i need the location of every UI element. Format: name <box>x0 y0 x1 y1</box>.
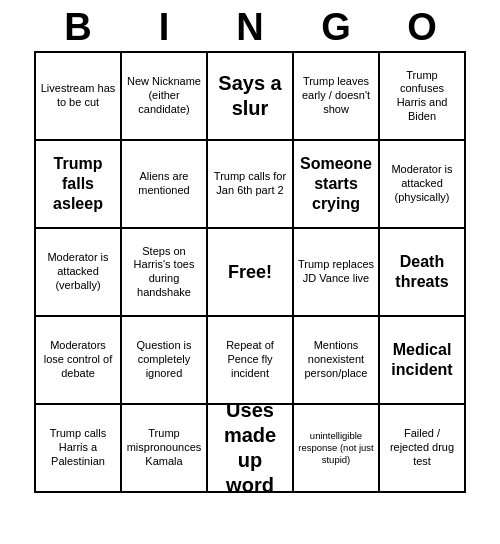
bingo-cell-10: Moderator is attacked (verbally) <box>36 229 122 317</box>
bingo-cell-4: Trump confuses Harris and Biden <box>380 53 466 141</box>
bingo-cell-21: Trump mispronounces Kamala <box>122 405 208 493</box>
bingo-cell-2: Says a slur <box>208 53 294 141</box>
bingo-cell-6: Aliens are mentioned <box>122 141 208 229</box>
bingo-cell-7: Trump calls for Jan 6th part 2 <box>208 141 294 229</box>
bingo-letter-i: I <box>121 6 207 49</box>
bingo-cell-8: Someone starts crying <box>294 141 380 229</box>
bingo-cell-12: Free! <box>208 229 294 317</box>
bingo-cell-0: Livestream has to be cut <box>36 53 122 141</box>
bingo-cell-13: Trump replaces JD Vance live <box>294 229 380 317</box>
bingo-cell-11: Steps on Harris's toes during handshake <box>122 229 208 317</box>
bingo-cell-17: Repeat of Pence fly incident <box>208 317 294 405</box>
bingo-letter-g: G <box>293 6 379 49</box>
bingo-cell-9: Moderator is attacked (physically) <box>380 141 466 229</box>
bingo-letter-n: N <box>207 6 293 49</box>
bingo-cell-22: Uses made up word <box>208 405 294 493</box>
bingo-cell-20: Trump calls Harris a Palestinian <box>36 405 122 493</box>
bingo-grid: Livestream has to be cutNew Nickname (ei… <box>34 51 466 493</box>
bingo-letter-o: O <box>379 6 465 49</box>
bingo-cell-1: New Nickname (either candidate) <box>122 53 208 141</box>
bingo-cell-24: Failed / rejected drug test <box>380 405 466 493</box>
bingo-cell-5: Trump falls asleep <box>36 141 122 229</box>
bingo-cell-16: Question is completely ignored <box>122 317 208 405</box>
bingo-header: BINGO <box>0 0 500 51</box>
bingo-cell-15: Moderators lose control of debate <box>36 317 122 405</box>
bingo-cell-23: unintelligible response (not just stupid… <box>294 405 380 493</box>
bingo-cell-3: Trump leaves early / doesn't show <box>294 53 380 141</box>
bingo-cell-19: Medical incident <box>380 317 466 405</box>
bingo-cell-14: Death threats <box>380 229 466 317</box>
bingo-cell-18: Mentions nonexistent person/place <box>294 317 380 405</box>
bingo-letter-b: B <box>35 6 121 49</box>
